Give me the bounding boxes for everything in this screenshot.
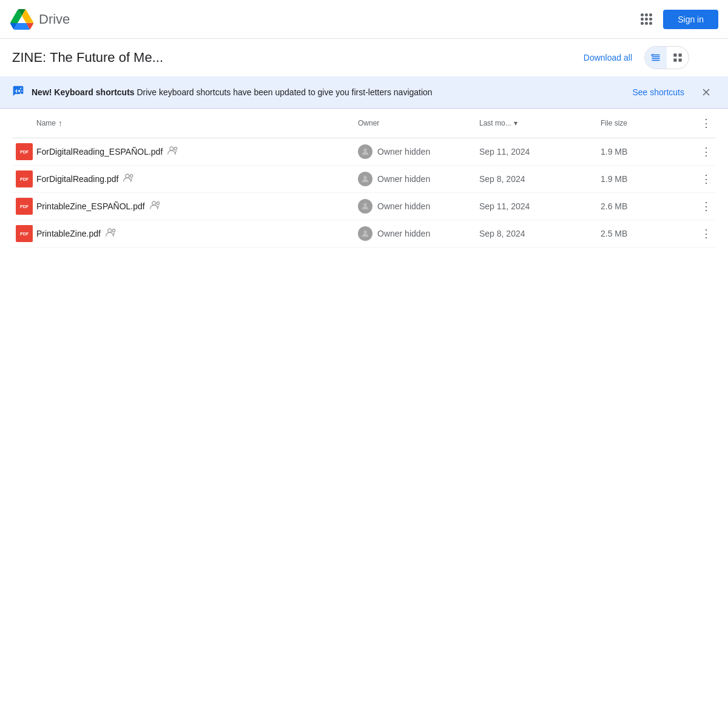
modified-date-cell: Sep 11, 2024 — [479, 147, 601, 157]
svg-point-16 — [363, 231, 366, 234]
app-name-label: Drive — [39, 12, 70, 27]
file-more-cell: ⋮ — [692, 142, 716, 161]
table-row[interactable]: PDF ForDigitalReading_ESPAÑOL.pdf Owne — [12, 138, 716, 166]
modified-date-cell: Sep 8, 2024 — [479, 229, 601, 238]
file-icon-cell: PDF — [12, 170, 36, 187]
file-more-cell: ⋮ — [692, 169, 716, 189]
svg-point-13 — [363, 203, 366, 206]
sort-descending-icon: ▾ — [514, 119, 517, 127]
file-name-label: PrintableZine.pdf — [36, 229, 101, 238]
svg-point-7 — [363, 149, 366, 152]
file-name-label: ForDigitalReading.pdf — [36, 174, 118, 184]
svg-point-6 — [175, 147, 178, 150]
column-owner-header: Owner — [358, 119, 479, 127]
file-icon-cell: PDF — [12, 225, 36, 242]
notification-text: New! Keyboard shortcuts Drive keyboard s… — [32, 87, 620, 97]
svg-point-8 — [126, 174, 129, 178]
notification-bold-label: New! Keyboard shortcuts — [32, 87, 135, 97]
file-options-button[interactable]: ⋮ — [696, 224, 716, 243]
list-view-button[interactable] — [645, 47, 667, 69]
owner-cell: Owner hidden — [358, 144, 479, 159]
column-options-button[interactable]: ⋮ — [696, 113, 716, 133]
file-name-cell: ForDigitalReading.pdf — [36, 174, 358, 184]
file-options-button[interactable]: ⋮ — [696, 142, 716, 161]
notification-banner: New! Keyboard shortcuts Drive keyboard s… — [0, 76, 728, 109]
file-name-cell: ForDigitalReading_ESPAÑOL.pdf — [36, 146, 358, 157]
shared-icon — [106, 228, 116, 239]
apps-grid-button[interactable] — [634, 7, 658, 32]
file-options-button[interactable]: ⋮ — [696, 197, 716, 216]
sort-ascending-icon: ↑ — [58, 118, 62, 128]
file-size-cell: 2.6 MB — [601, 201, 692, 211]
column-owner-label: Owner — [358, 119, 379, 127]
file-name-label: PrintableZine_ESPAÑOL.pdf — [36, 201, 145, 211]
svg-point-4 — [18, 90, 20, 92]
owner-cell: Owner hidden — [358, 199, 479, 214]
shared-icon — [150, 201, 161, 212]
file-name-cell: PrintableZine_ESPAÑOL.pdf — [36, 201, 358, 212]
table-row[interactable]: PDF ForDigitalReading.pdf Owner hidden — [12, 166, 716, 193]
column-name-header[interactable]: Name ↑ — [36, 118, 358, 128]
shared-icon — [167, 146, 178, 157]
file-icon-cell: PDF — [12, 198, 36, 215]
modified-date-cell: Sep 11, 2024 — [479, 201, 601, 211]
table-row[interactable]: PDF PrintableZine_ESPAÑOL.pdf Owner hi — [12, 193, 716, 220]
title-actions: Download all — [579, 46, 689, 69]
owner-label: Owner hidden — [377, 229, 430, 238]
drive-logo-icon — [10, 9, 34, 30]
svg-point-12 — [157, 202, 160, 205]
table-row[interactable]: PDF PrintableZine.pdf Owner hidden — [12, 220, 716, 248]
apps-grid-icon — [641, 13, 652, 25]
file-list-header: Name ↑ Owner Last mo... ▾ File size ⋮ — [12, 109, 716, 138]
avatar — [358, 226, 372, 241]
owner-cell: Owner hidden — [358, 172, 479, 186]
owner-cell: Owner hidden — [358, 226, 479, 241]
close-notification-button[interactable] — [696, 83, 716, 102]
svg-point-11 — [152, 201, 155, 205]
column-more-header: ⋮ — [692, 113, 716, 133]
grid-view-icon — [672, 52, 683, 63]
column-name-label: Name — [36, 119, 56, 127]
owner-label: Owner hidden — [377, 147, 430, 157]
file-icon-cell: PDF — [12, 143, 36, 160]
list-view-icon — [650, 52, 661, 63]
svg-point-9 — [130, 175, 133, 178]
avatar — [358, 144, 372, 159]
file-more-cell: ⋮ — [692, 197, 716, 216]
title-bar: ZINE: The Future of Me... Download all — [0, 39, 728, 76]
file-name-label: ForDigitalReading_ESPAÑOL.pdf — [36, 147, 163, 157]
drive-logo[interactable]: Drive — [10, 9, 70, 30]
modified-date-cell: Sep 8, 2024 — [479, 174, 601, 184]
pdf-icon: PDF — [16, 170, 33, 187]
column-modified-header[interactable]: Last mo... ▾ — [479, 119, 601, 127]
file-size-cell: 1.9 MB — [601, 147, 692, 157]
svg-point-15 — [112, 229, 115, 232]
sign-in-button[interactable]: Sign in — [663, 10, 718, 29]
avatar — [358, 172, 372, 186]
megaphone-icon — [12, 85, 24, 100]
header-right: Sign in — [634, 7, 718, 32]
notification-detail-label: Drive keyboard shortcuts have been updat… — [135, 87, 433, 97]
download-all-button[interactable]: Download all — [579, 49, 637, 66]
svg-point-10 — [363, 176, 366, 179]
file-name-cell: PrintableZine.pdf — [36, 228, 358, 239]
file-size-cell: 2.5 MB — [601, 229, 692, 238]
file-list-container: Name ↑ Owner Last mo... ▾ File size ⋮ PD… — [0, 109, 728, 248]
pdf-icon: PDF — [16, 198, 33, 215]
announcement-icon — [12, 85, 24, 97]
view-toggle — [644, 46, 689, 69]
owner-label: Owner hidden — [377, 174, 430, 184]
column-modified-label: Last mo... — [479, 119, 511, 127]
header-left: Drive — [10, 9, 70, 30]
svg-rect-2 — [673, 59, 676, 62]
pdf-icon: PDF — [16, 143, 33, 160]
page-title: ZINE: The Future of Me... — [12, 50, 163, 66]
file-options-button[interactable]: ⋮ — [696, 169, 716, 189]
svg-point-14 — [108, 229, 112, 232]
grid-view-button[interactable] — [667, 47, 689, 69]
file-rows: PDF ForDigitalReading_ESPAÑOL.pdf Owne — [12, 138, 716, 248]
svg-rect-0 — [673, 53, 676, 56]
file-more-cell: ⋮ — [692, 224, 716, 243]
pdf-icon: PDF — [16, 225, 33, 242]
see-shortcuts-button[interactable]: See shortcuts — [627, 85, 689, 99]
